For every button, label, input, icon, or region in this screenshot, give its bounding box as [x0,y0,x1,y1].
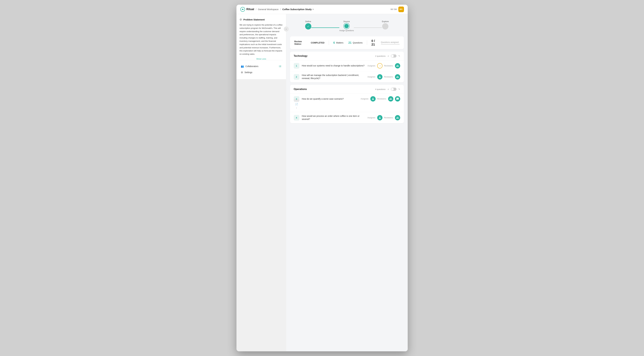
table-row: 3 📄 ↑ How do we quantify a worst case sc… [290,94,404,112]
operations-header: Operations 4 questions ∧ ✎ [290,85,404,94]
arrow-right-icon: → [378,64,381,68]
problem-text: We are trying to explore the potential o… [240,23,283,56]
settings-nav-item[interactable]: ⚙ Settings [240,69,283,75]
question-number-2: 2 [294,74,299,80]
content: Define ✓ Source Assign Questions Explore [286,14,408,351]
breadcrumb-sep-2: / [280,8,281,11]
table-row: 1 How would our systems need to change t… [290,61,404,71]
share-icon: ↑ [296,107,297,109]
breadcrumb-sep-1: / [256,8,256,11]
step-explore-label: Explore [382,20,389,23]
show-less-button[interactable]: Show Less [240,58,283,60]
chat-icon [396,97,399,100]
operations-chevron-up[interactable]: ∧ [388,88,389,90]
table-row: 2 How will we manage the subscription ba… [290,71,404,82]
logo-icon [240,7,245,12]
question-text-1: How would our systems need to change to … [302,64,365,67]
review-label: Review Status: [294,40,310,45]
operations-toggle[interactable] [391,88,396,91]
connector-1 [311,28,339,28]
table-row: 4 How would we process an order where co… [290,112,404,123]
people-icon-3 [389,97,392,100]
collaborators-label: Collaborators [246,65,258,68]
breadcrumb-study[interactable]: Coffee Subscription Study ▾ [282,8,314,11]
sidebar-footer: 👥 Collaborators 2 ⚙ Settings [240,60,283,75]
app-window: Ritual / General Workspace / Coffee Subs… [236,5,408,351]
reviewer-button-4[interactable] [395,115,400,120]
main-layout: ⊘ Problem Statement We are trying to exp… [236,14,408,351]
assignee-area-3: Assignee: Reviewers: [360,96,400,101]
operations-q-count: 4 questions [375,88,386,90]
steps-row: Define ✓ Source Assign Questions Explore [305,20,389,32]
step-explore-circle[interactable] [382,23,388,30]
people-icon-2 [396,75,399,78]
problem-statement-title: Problem Statement [244,18,265,21]
step-explore: Explore [382,20,389,30]
collaborators-badge: 2 [278,65,282,68]
assignee-button-3[interactable] [370,96,376,101]
technology-edit-icon[interactable]: ✎ [398,55,400,57]
step-define-circle[interactable]: ✓ [305,23,311,30]
questions-label: Questions [353,42,362,44]
collaborators-nav-item[interactable]: 👥 Collaborators 2 [240,63,283,69]
technology-chevron-up[interactable]: ∧ [388,55,389,57]
collapse-sidebar-button[interactable]: › [284,27,289,32]
assigned-label: Questions assigned [381,41,400,43]
breadcrumb-workspace[interactable]: General Workspace [258,8,278,11]
header: Ritual / General Workspace / Coffee Subs… [236,5,408,14]
reviewer-label-2: Reviewers: [384,76,393,78]
reviewer-button-3[interactable] [388,96,393,101]
reviewer-label-3: Reviewers: [377,98,386,100]
problem-statement-header: ⊘ Problem Statement [240,18,283,21]
operations-edit-icon[interactable]: ✎ [398,88,400,90]
question-number-4: 4 [294,115,299,120]
technology-header: Technology 2 questions ∧ ✎ [290,52,404,61]
person-icon-4 [378,116,381,119]
people-icon-4 [396,116,399,119]
logo-text: Ritual [246,8,254,11]
matters-stat: 6 Matters 21 Questions [333,41,362,45]
reviewer-button-1[interactable] [395,63,400,68]
review-value: COMPLETED [311,42,324,44]
problem-statement-icon: ⊘ [240,18,242,21]
assignee-button-4[interactable] [377,115,382,120]
step-source-circle[interactable] [344,23,349,29]
assignee-label-3: Assignee: [360,98,369,100]
assignee-area-2: Assignee: Reviewers: [368,74,400,80]
assignee-area-4: Assignee: Reviewers: [368,115,400,120]
technology-title: Technology [294,55,308,57]
technology-toggle[interactable] [391,54,396,58]
user-avatar-button[interactable]: MV [398,7,404,12]
stats-divider-1 [329,40,329,45]
person-icon-3 [372,97,374,100]
header-right: MV SM MV [390,7,404,12]
people-icon [396,64,399,67]
stats-bar: Review Status: COMPLETED 6 Matters 21 Qu… [290,36,404,49]
q3-number-col: 3 📄 ↑ [294,96,299,109]
question-text-4: How would we process an order where coff… [302,115,365,121]
operations-header-right: 4 questions ∧ ✎ [375,88,400,91]
step-define-label: Define [305,20,311,23]
question-number-3: 3 [294,96,299,102]
questions-count: 21 [348,41,352,45]
question-text-3: How do we quantify a worst case scenario… [302,97,358,101]
operations-title: Operations [294,88,307,91]
assigned-fraction: 0 / 21 [372,39,375,46]
chat-button-3[interactable] [395,96,400,101]
step-define: Define ✓ [305,20,311,30]
assignee-button-2[interactable] [377,74,382,80]
assignee-button-1[interactable]: → [377,63,382,68]
assignee-label-4: Assignee: [368,117,376,119]
reviewer-button-2[interactable] [395,74,400,80]
settings-icon: ⚙ [241,71,243,74]
qa-label-block: Questions assigned [381,41,400,45]
person-icon [378,75,381,78]
assignee-label-1: Assignee: [368,65,376,67]
qa-number-block: 0 / 21 [372,39,379,46]
question-text-2: How will we manage the subscription back… [302,74,365,80]
matters-count: 6 [333,41,335,45]
operations-section: Operations 4 questions ∧ ✎ 3 📄 ↑ [290,85,404,123]
step-source: Source Assign Questions [339,20,354,32]
logo-area: Ritual [240,7,254,12]
matters-label: Matters [336,42,344,44]
